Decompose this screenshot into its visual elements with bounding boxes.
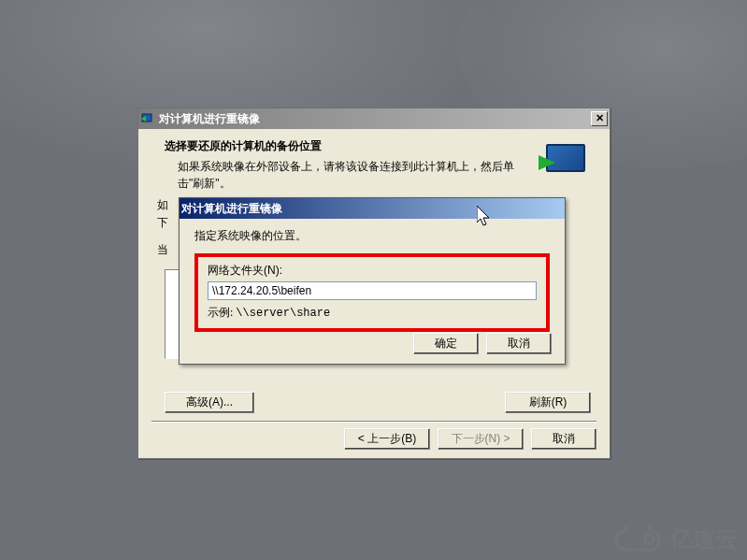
back-button[interactable]: < 上一步(B) (344, 428, 430, 450)
network-location-dialog: 对计算机进行重镜像 指定系统映像的位置。 网络文件夹(N): 示例: \\ser… (179, 197, 566, 365)
watermark-text: 亿速云 (670, 524, 738, 554)
next-button: 下一步(N) > (438, 428, 524, 450)
child-titlebar[interactable]: 对计算机进行重镜像 (180, 198, 565, 219)
watermark: 亿速云 (612, 524, 738, 554)
page-title: 选择要还原的计算机的备份位置 (165, 138, 537, 154)
refresh-button[interactable]: 刷新(R) (505, 392, 591, 413)
svg-point-1 (644, 535, 654, 544)
network-folder-label: 网络文件夹(N): (208, 263, 537, 279)
parent-title: 对计算机进行重镜像 (159, 111, 591, 127)
advanced-button[interactable]: 高级(A)... (165, 392, 254, 413)
reimage-icon (542, 138, 591, 183)
ok-button[interactable]: 确定 (413, 333, 479, 354)
cancel-button[interactable]: 取消 (531, 428, 596, 450)
separator (151, 421, 596, 423)
example-text: 示例: \\server\share (208, 305, 537, 321)
watermark-logo-icon (612, 525, 665, 553)
cancel-button[interactable]: 取消 (486, 333, 552, 354)
highlighted-fields: 网络文件夹(N): 示例: \\server\share (194, 253, 550, 332)
network-folder-input[interactable] (208, 281, 537, 300)
parent-close-button[interactable]: ✕ (591, 111, 608, 126)
child-title: 对计算机进行重镜像 (181, 201, 563, 217)
page-subtitle: 如果系统映像在外部设备上，请将该设备连接到此计算机上，然后单击"刷新"。 (165, 158, 537, 192)
parent-titlebar[interactable]: 对计算机进行重镜像 ✕ (138, 108, 610, 129)
app-icon (140, 111, 155, 126)
dialog-instruction: 指定系统映像的位置。 (194, 228, 550, 244)
